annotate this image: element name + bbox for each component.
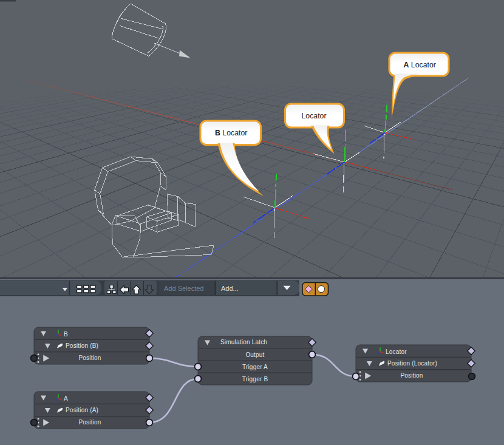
- svg-text:Position: Position: [78, 355, 101, 361]
- svg-text:B Locator: B Locator: [215, 129, 247, 137]
- svg-text:Locator: Locator: [386, 348, 407, 355]
- svg-text:Position (A): Position (A): [66, 407, 98, 413]
- svg-text:Simulation Latch: Simulation Latch: [220, 339, 267, 345]
- svg-text:Position: Position: [400, 372, 423, 379]
- svg-text:Add Selected: Add Selected: [164, 285, 203, 292]
- svg-text:A: A: [64, 395, 68, 402]
- svg-text:Position (Locator): Position (Locator): [387, 360, 437, 367]
- svg-text:Trigger A: Trigger A: [242, 364, 268, 370]
- svg-text:Trigger B: Trigger B: [242, 376, 268, 382]
- svg-text:B: B: [64, 331, 68, 338]
- svg-text:Position: Position: [78, 419, 101, 426]
- svg-text:A Locator: A Locator: [404, 61, 436, 69]
- svg-text:Output: Output: [245, 352, 264, 358]
- svg-text:Position (B): Position (B): [66, 342, 98, 349]
- svg-text:Locator: Locator: [302, 112, 327, 120]
- svg-text:Add...: Add...: [221, 285, 239, 292]
